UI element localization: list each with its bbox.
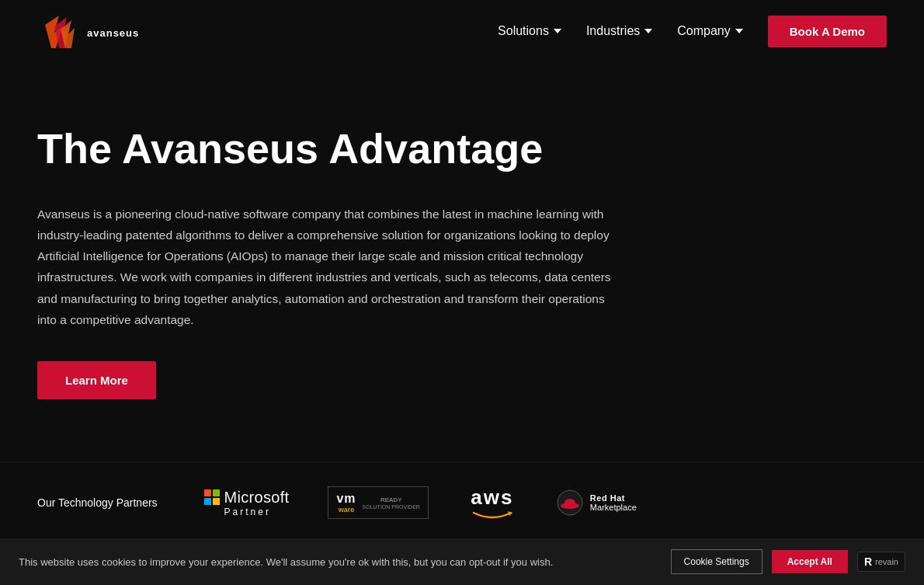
svg-rect-3 [204,489,211,496]
learn-more-button[interactable]: Learn More [37,361,156,399]
vmware-ready-text: READY [380,496,402,504]
redhat-icon [556,489,584,517]
nav-solutions[interactable]: Solutions [498,24,561,38]
logo-icon [37,9,81,53]
microsoft-icon [204,489,220,505]
book-demo-button[interactable]: Book A Demo [768,16,887,47]
microsoft-partner-logo: Microsoft Partner [204,489,290,517]
cookie-banner: This website uses cookies to improve you… [0,538,924,585]
cookie-buttons: Cookie Settings Accept All R revain [671,549,905,574]
redhat-marketplace-logo: Red Hat Marketplace [556,489,637,517]
accept-all-button[interactable]: Accept All [772,550,848,573]
nav-company-label: Company [677,24,730,38]
solutions-chevron-icon [554,29,561,33]
svg-rect-4 [213,489,220,496]
svg-rect-11 [564,503,575,506]
navbar: avanseus Solutions Industries Company Bo… [0,0,924,62]
partner-text: Partner [224,507,271,517]
vmware-partner-text: SOLUTION PROVIDER [363,504,420,510]
aws-logo: aws [467,486,517,521]
nav-company[interactable]: Company [677,24,742,38]
vmware-logo: vm ware READY SOLUTION PROVIDER [328,486,428,519]
svg-rect-5 [204,498,211,505]
company-chevron-icon [735,29,743,33]
vmware-text: vm [336,492,356,506]
microsoft-text: Microsoft [224,489,290,507]
revain-r-icon: R [864,555,872,568]
aws-text: aws [471,486,513,510]
svg-rect-6 [213,498,220,505]
nav-links: Solutions Industries Company Book A Demo [498,16,887,47]
industries-chevron-icon [644,29,652,33]
cookie-message: This website uses cookies to improve you… [19,556,553,568]
marketplace-text: Marketplace [590,503,637,512]
partners-logos: Microsoft Partner vm ware READY SOLUTION… [204,486,887,521]
hero-heading: The Avanseus Advantage [37,124,630,172]
logo[interactable]: avanseus [37,9,139,53]
partners-label: Our Technology Partners [37,496,158,509]
hero-section: The Avanseus Advantage Avanseus is a pio… [0,62,668,446]
revain-badge: R revain [857,552,905,572]
hero-description: Avanseus is a pioneering cloud-native so… [37,204,620,330]
revain-label: revain [875,557,898,566]
redhat-text: Red Hat [590,493,637,503]
brand-name: avanseus [87,27,139,39]
aws-smile-icon [467,510,517,521]
nav-industries[interactable]: Industries [586,24,652,38]
nav-industries-label: Industries [586,24,640,38]
cookie-settings-button[interactable]: Cookie Settings [671,549,762,574]
vmware-ware: ware [339,506,355,514]
nav-solutions-label: Solutions [498,24,549,38]
